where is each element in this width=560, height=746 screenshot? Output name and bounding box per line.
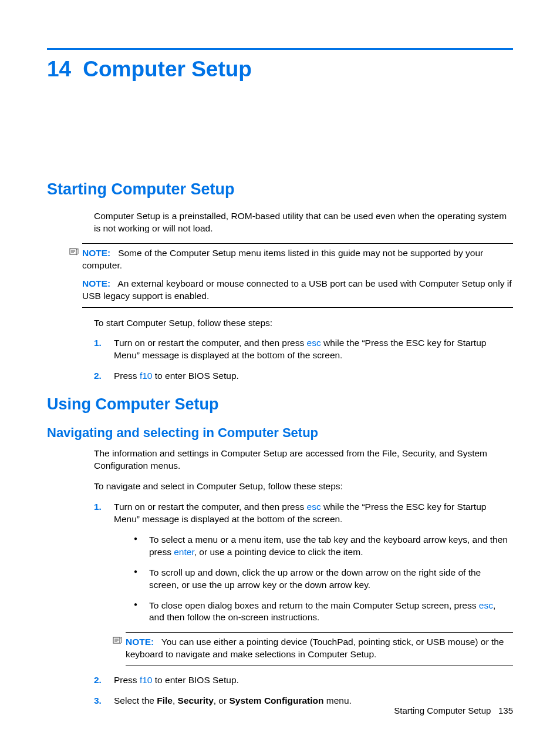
note-1: NOTE: Some of the Computer Setup menu it… <box>82 247 513 272</box>
bullet-text: To close open dialog boxes and return to… <box>149 600 479 610</box>
key-enter: enter <box>174 547 194 557</box>
step-text: menu. <box>324 695 352 705</box>
chapter-number: 14 <box>47 57 71 81</box>
bullet-text: , or use a pointing device to click the … <box>194 547 363 557</box>
key-esc: esc <box>479 600 493 610</box>
step-1: 1.Turn on or restart the computer, and t… <box>94 337 513 362</box>
page-footer: Starting Computer Setup 135 <box>394 705 513 715</box>
key-f10: f10 <box>140 675 153 685</box>
step-text: Turn on or restart the computer, and the… <box>114 502 307 512</box>
step-number: 2. <box>94 674 102 687</box>
bullet-select: To select a menu or a menu item, use the… <box>134 534 513 559</box>
key-f10: f10 <box>140 371 153 381</box>
step-number: 1. <box>94 501 102 513</box>
note-label: NOTE: <box>82 278 110 288</box>
note-block-navigating: NOTE: You can use either a pointing devi… <box>126 632 513 666</box>
section-starting-heading: Starting Computer Setup <box>47 180 513 199</box>
step-2: 2.Press f10 to enter BIOS Setup. <box>94 370 513 382</box>
step-text: to enter BIOS Setup. <box>153 371 239 381</box>
step-text: , <box>173 695 178 705</box>
note-navigating: NOTE: You can use either a pointing devi… <box>126 636 513 661</box>
chapter-title-text: Computer Setup <box>83 57 252 81</box>
navigating-steps-intro: To navigate and select in Computer Setup… <box>94 480 513 493</box>
step-text: Press <box>114 371 140 381</box>
note-1-text: Some of the Computer Setup menu items li… <box>82 248 483 270</box>
step-text: to enter BIOS Setup. <box>153 675 239 685</box>
note-label: NOTE: <box>126 637 154 647</box>
bullet-text: To scroll up and down, click the up arro… <box>149 567 481 590</box>
note-block-starting: NOTE: Some of the Computer Setup menu it… <box>82 243 513 308</box>
chapter-rule <box>47 48 513 50</box>
section-using-heading: Using Computer Setup <box>47 395 513 414</box>
step-number: 3. <box>94 695 102 707</box>
note-text: You can use either a pointing device (To… <box>126 637 504 659</box>
subsection-navigating-heading: Navigating and selecting in Computer Set… <box>47 425 513 441</box>
note-icon <box>69 247 79 257</box>
footer-section: Starting Computer Setup <box>394 705 491 715</box>
step-number: 2. <box>94 370 102 382</box>
note-label: NOTE: <box>82 248 110 258</box>
starting-steps-intro: To start Computer Setup, follow these st… <box>94 317 513 330</box>
navigating-intro-para: The information and settings in Computer… <box>94 448 513 472</box>
menu-system-config: System Configuration <box>229 695 323 705</box>
chapter-title: 14Computer Setup <box>47 57 513 82</box>
starting-intro-para: Computer Setup is a preinstalled, ROM-ba… <box>94 210 513 235</box>
starting-steps: 1.Turn on or restart the computer, and t… <box>94 337 513 382</box>
key-esc: esc <box>307 502 321 512</box>
note-icon <box>113 636 122 647</box>
step-text: Press <box>114 675 140 685</box>
step-number: 1. <box>94 337 102 350</box>
bullet-close: To close open dialog boxes and return to… <box>134 600 513 624</box>
note-2-text: An external keyboard or mouse connected … <box>82 278 511 301</box>
menu-security: Security <box>178 695 214 705</box>
footer-page-number: 135 <box>498 705 513 715</box>
step-text: Turn on or restart the computer, and the… <box>114 338 307 348</box>
step-1: 1.Turn on or restart the computer, and t… <box>94 501 513 666</box>
step-2: 2.Press f10 to enter BIOS Setup. <box>94 674 513 687</box>
step-text: , or <box>214 695 230 705</box>
step-1-bullets: To select a menu or a menu item, use the… <box>134 534 513 624</box>
key-esc: esc <box>307 338 321 348</box>
note-2: NOTE: An external keyboard or mouse conn… <box>82 278 513 303</box>
navigating-steps: 1.Turn on or restart the computer, and t… <box>94 501 513 707</box>
bullet-scroll: To scroll up and down, click the up arro… <box>134 567 513 592</box>
step-text: Select the <box>114 695 157 705</box>
menu-file: File <box>157 695 173 705</box>
